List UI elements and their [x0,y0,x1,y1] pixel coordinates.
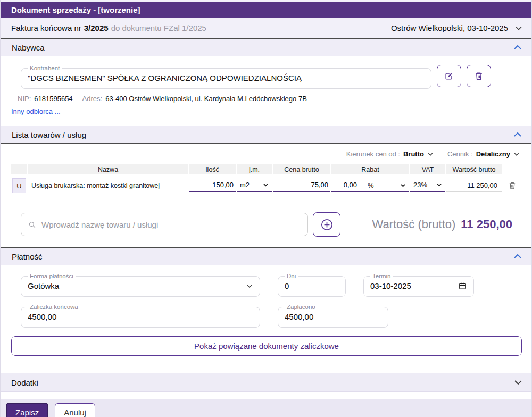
document-number: 3/2025 [84,23,109,32]
show-related-advance-documents-button[interactable]: Pokaż powiązane dokumenty zaliczkowe [11,336,522,356]
chevron-up-icon [513,44,522,51]
kierunek-cen-dropdown[interactable]: Kierunek cen od : Brutto [346,150,434,158]
item-discount-input[interactable] [331,179,359,191]
section-header-lista[interactable]: Lista towarów / usług [1,126,531,144]
zaplacono-field: Zapłacono [278,304,388,328]
column-header-vat: VAT [410,164,445,174]
chevron-down-icon [427,151,434,157]
forma-platnosci-select[interactable]: Gotówka [28,279,253,293]
trash-icon [508,181,517,190]
document-header: Faktura końcowa nr 3/2025 do dokumentu F… [1,18,531,38]
edit-kontrahent-button[interactable] [437,65,461,87]
nip-label: NIP: [18,95,31,103]
section-header-nabywca[interactable]: Nabywca [1,38,531,56]
chevron-down-icon [246,282,253,290]
chevron-down-icon [514,24,523,32]
item-vat-select[interactable]: 23% [410,179,445,192]
item-quantity-input[interactable] [189,179,236,192]
delete-row-button[interactable] [503,181,522,190]
zaplacono-label: Zapłacono [285,304,318,310]
calendar-icon[interactable] [458,281,467,290]
chevron-down-icon[interactable] [400,182,406,188]
document-type-label: Faktura końcowa nr [11,23,81,32]
total-label: Wartość (brutto) [372,218,455,231]
action-bar: Zapisz Anuluj [1,399,531,417]
dni-input[interactable] [285,281,339,290]
item-discount-cell: % [331,179,409,192]
kierunek-cen-label: Kierunek cen od : [346,150,400,158]
termin-label: Termin [370,273,393,279]
cancel-button[interactable]: Anuluj [55,403,95,417]
section-label-lista: Lista towarów / usług [12,130,86,139]
chevron-down-icon [263,182,269,188]
column-header-type [11,164,27,174]
adres-label: Adres: [82,95,103,103]
edit-pencil-icon [444,71,454,81]
dni-field: Dni [278,273,346,297]
zaplacono-input[interactable] [285,312,381,321]
save-button[interactable]: Zapisz [6,403,48,417]
kierunek-cen-value: Brutto [403,150,424,158]
item-vat-value: 23% [413,181,427,189]
column-header-actions [503,164,522,174]
search-icon [28,220,37,229]
item-gross-price-input[interactable] [273,179,330,192]
kontrahent-label: Kontrahent [28,65,62,71]
cennik-label: Cennik : [447,150,473,158]
section-label-dodatki: Dodatki [11,378,38,387]
place-date-value: Ostrów Wielkopolski, 03-10-2025 [391,23,508,32]
platnosc-body: Forma płatności Gotówka Dni Termin [1,265,531,363]
section-label-platnosc: Płatność [12,252,43,261]
kontrahent-field: Kontrahent [21,65,431,89]
nabywca-body: Kontrahent NIP: 6181595654 Adres: [1,56,531,126]
section-header-platnosc[interactable]: Płatność [1,247,531,265]
column-header-nazwa: Nazwa [28,164,188,174]
kontrahent-input[interactable] [28,73,425,82]
column-header-rabat: Rabat [331,164,409,174]
cennik-value: Detaliczny [476,150,510,158]
zaliczka-koncowa-field: Zaliczka końcowa [21,304,260,328]
window-title-bar: Dokument sprzedaży - [tworzenie] [1,2,531,18]
chevron-up-icon [513,253,522,260]
document-total: Wartość (brutto) 11 250,00 [372,218,521,231]
section-header-dodatki[interactable]: Dodatki [1,373,531,392]
table-row: U Usługa brukarska: montaż kostki granit… [11,177,521,194]
trash-icon [473,71,484,81]
cennik-dropdown[interactable]: Cennik : Detaliczny [447,150,520,158]
place-date-dropdown[interactable]: Ostrów Wielkopolski, 03-10-2025 [391,23,523,32]
column-header-ilosc: Ilość [189,164,236,174]
adres-value: 63-400 Ostrów Wielkopolski, ul. Kardynał… [105,95,307,103]
sales-document-window: Dokument sprzedaży - [tworzenie] Faktura… [0,0,532,417]
item-unit-value: m2 [240,181,250,189]
chevron-down-icon [513,379,523,386]
forma-platnosci-label: Forma płatności [28,273,76,279]
kontrahent-info-line: NIP: 6181595654 Adres: 63-400 Ostrów Wie… [18,95,521,103]
window-title: Dokument sprzedaży - [tworzenie] [11,5,140,14]
related-document-label: do dokumentu FZal 1/2025 [111,23,206,32]
chevron-up-icon [513,131,522,138]
chevron-down-icon [436,182,442,188]
item-name: Usługa brukarska: montaż kostki granitow… [28,182,188,189]
item-unit-select[interactable]: m2 [237,179,272,192]
item-search-input[interactable] [41,220,301,229]
delete-kontrahent-button[interactable] [467,65,491,87]
zaliczka-koncowa-label: Zaliczka końcowa [28,304,80,310]
chevron-down-icon [513,151,520,157]
lista-body: Kierunek cen od : Brutto Cennik : Detali… [1,144,531,247]
forma-platnosci-value: Gotówka [28,281,242,290]
column-header-jm: j.m. [237,164,272,174]
forma-platnosci-field: Forma płatności Gotówka [21,273,260,297]
item-search-box [21,213,308,236]
items-table-header: Nazwa Ilość j.m. Cena brutto Rabat VAT W… [11,164,521,174]
section-label-nabywca: Nabywca [12,43,45,52]
inny-odbiorca-link[interactable]: Inny odbiorca ... [11,107,61,115]
termin-date-input[interactable] [370,281,454,290]
column-header-cena-brutto: Cena brutto [273,164,330,174]
add-item-button[interactable] [313,212,340,237]
dni-label: Dni [285,273,298,279]
item-gross-value: 11 250,00 [446,180,502,192]
item-discount-unit-select[interactable]: % [368,181,374,189]
document-number-line: Faktura końcowa nr 3/2025 do dokumentu F… [11,23,206,32]
plus-circle-icon [320,218,334,232]
zaliczka-koncowa-input[interactable] [28,312,253,321]
